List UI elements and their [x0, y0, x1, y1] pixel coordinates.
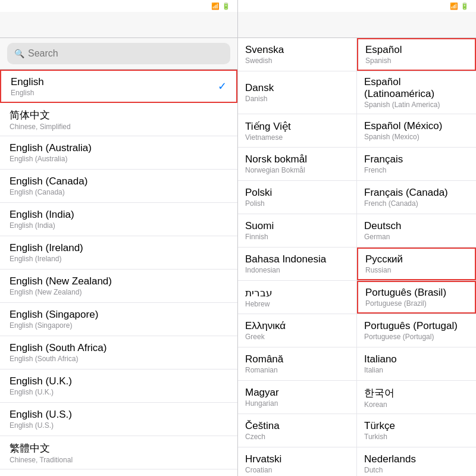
left-search-bar[interactable]: 🔍	[7, 43, 230, 64]
lang-name: Français (Canada)	[364, 187, 469, 199]
dual-cell[interactable]: DanskDanish	[238, 71, 357, 114]
left-lang-item[interactable]: English (South Africa)English (South Afr…	[0, 336, 237, 369]
dual-cell[interactable]: MagyarHungarian	[238, 381, 357, 414]
dual-cell[interactable]: Norsk bokmålNorwegian Bokmål	[238, 148, 357, 180]
lang-name: 한국어	[364, 386, 469, 400]
left-lang-item[interactable]: EnglishEnglish✓	[0, 70, 237, 103]
dual-cell[interactable]: ItalianoItalian	[357, 347, 476, 380]
left-lang-item[interactable]: English (New Zealand)English (New Zealan…	[0, 270, 237, 303]
left-lang-item[interactable]: English (Canada)English (Canada)	[0, 170, 237, 203]
left-lang-item[interactable]: 繁體中文（香港）Chinese, Traditional (Hong Kong)	[0, 469, 237, 476]
left-lang-item[interactable]: English (U.S.)English (U.S.)	[0, 403, 237, 436]
dual-cell[interactable]: עבריתHebrew	[238, 281, 357, 314]
lang-name: Magyar	[245, 387, 349, 399]
dual-cell[interactable]: Español (México)Spanish (Mexico)	[357, 114, 476, 147]
dual-row: עבריתHebrewPortuguês (Brasil)Portuguese …	[238, 281, 476, 314]
dual-cell[interactable]: NederlandsDutch	[357, 447, 476, 476]
dual-cell[interactable]: Bahasa IndonesiaIndonesian	[238, 248, 357, 280]
dual-row: SvenskaSwedishEspañolSpanish	[238, 38, 476, 71]
left-panel: 📶 🔋 🔍 EnglishEnglish✓简体中文Chinese, Simpli…	[0, 0, 238, 476]
lang-name: Português (Brasil)	[365, 287, 468, 299]
lang-name: English	[11, 76, 44, 88]
lang-name: 简体中文	[10, 108, 71, 122]
lang-sub: Korean	[364, 400, 469, 409]
right-status-icons: 📶 🔋	[450, 2, 469, 10]
dual-row: HrvatskiCroatianNederlandsDutch	[238, 447, 476, 476]
lang-name: עברית	[245, 287, 349, 299]
lang-name: English (Australia)	[10, 142, 92, 154]
dual-cell[interactable]: FrançaisFrench	[357, 148, 476, 180]
dual-cell[interactable]: SuomiFinnish	[238, 214, 357, 247]
lang-name: Français	[364, 154, 469, 165]
left-lang-item[interactable]: English (Singapore)English (Singapore)	[0, 303, 237, 336]
lang-sub: English (South Africa)	[10, 355, 107, 363]
dual-cell[interactable]: EspañolSpanish	[357, 38, 476, 71]
lang-sub: Vietnamese	[245, 133, 349, 142]
right-status-bar: 📶 🔋	[238, 0, 476, 12]
lang-name: Română	[245, 353, 349, 365]
lang-name: Dansk	[245, 82, 349, 94]
lang-sub: English (U.S.)	[10, 421, 72, 430]
lang-sub: Turkish	[364, 433, 469, 441]
lang-name: Italiano	[364, 353, 469, 365]
lang-name: Nederlands	[364, 453, 469, 465]
right-battery-icon: 🔋	[461, 2, 469, 10]
dual-row: Bahasa IndonesiaIndonesianРусскийRussian	[238, 248, 476, 281]
left-lang-item[interactable]: 简体中文Chinese, Simplified	[0, 103, 237, 136]
lang-name: English (Singapore)	[10, 309, 98, 321]
right-language-list: SvenskaSwedishEspañolSpanishDanskDanishE…	[238, 38, 476, 476]
lang-sub: Italian	[364, 366, 469, 374]
dual-cell[interactable]: PolskiPolish	[238, 181, 357, 214]
left-lang-item[interactable]: English (U.K.)English (U.K.)	[0, 369, 237, 403]
dual-cell[interactable]: Tiếng ViệtVietnamese	[238, 114, 357, 147]
lang-sub: Spanish (Latin America)	[364, 101, 469, 109]
left-lang-item[interactable]: English (Ireland)English (Ireland)	[0, 236, 237, 270]
dual-cell[interactable]: РусскийRussian	[357, 248, 476, 280]
lang-sub: Polish	[245, 199, 349, 208]
dual-cell[interactable]: 한국어Korean	[357, 381, 476, 414]
battery-icon: 🔋	[222, 2, 230, 10]
lang-name: Español (México)	[364, 120, 469, 132]
lang-sub: Croatian	[245, 466, 349, 474]
lang-name: English (U.K.)	[10, 375, 72, 387]
dual-row: PolskiPolishFrançais (Canada)French (Can…	[238, 181, 476, 214]
lang-sub: Danish	[245, 95, 349, 103]
left-search-input[interactable]	[28, 48, 223, 59]
dual-cell[interactable]: Español (Latinoamérica)Spanish (Latin Am…	[357, 71, 476, 114]
dual-cell[interactable]: Français (Canada)French (Canada)	[357, 181, 476, 214]
dual-row: SuomiFinnishDeutschGerman	[238, 214, 476, 248]
lang-name: Čeština	[245, 420, 349, 432]
lang-sub: French	[364, 166, 469, 174]
lang-name: 繁體中文	[10, 441, 73, 455]
left-lang-item[interactable]: English (India)English (India)	[0, 203, 237, 236]
lang-name: English (New Zealand)	[10, 275, 112, 287]
dual-cell[interactable]: ΕλληνικάGreek	[238, 314, 357, 347]
lang-sub: Portuguese (Brazil)	[365, 299, 468, 308]
lang-sub: English (Australia)	[10, 155, 92, 163]
dual-cell[interactable]: RomânăRomanian	[238, 347, 357, 380]
left-lang-item[interactable]: English (Australia)English (Australia)	[0, 136, 237, 170]
checkmark-icon: ✓	[218, 80, 227, 93]
dual-cell[interactable]: TürkçeTurkish	[357, 414, 476, 447]
dual-cell[interactable]: DeutschGerman	[357, 214, 476, 247]
dual-row: ČeštinaCzechTürkçeTurkish	[238, 414, 476, 447]
lang-sub: Chinese, Simplified	[10, 123, 71, 131]
lang-name: Español	[365, 44, 468, 56]
wifi-icon: 📶	[211, 2, 220, 10]
lang-sub: Portuguese (Portugal)	[364, 333, 469, 341]
lang-sub: Czech	[245, 433, 349, 441]
left-lang-item[interactable]: 繁體中文Chinese, Traditional	[0, 436, 237, 469]
dual-cell[interactable]: HrvatskiCroatian	[238, 447, 357, 476]
lang-sub: Russian	[365, 266, 468, 274]
lang-sub: Finnish	[245, 233, 349, 241]
dual-row: RomânăRomanianItalianoItalian	[238, 347, 476, 381]
lang-name: Bahasa Indonesia	[245, 253, 349, 265]
dual-cell[interactable]: Português (Portugal)Portuguese (Portugal…	[357, 314, 476, 347]
dual-cell[interactable]: ČeštinaCzech	[238, 414, 357, 447]
lang-sub: Hungarian	[245, 399, 349, 408]
lang-name: Deutsch	[364, 220, 469, 232]
lang-name: Türkçe	[364, 420, 469, 432]
lang-sub: English (U.K.)	[10, 388, 72, 396]
dual-cell[interactable]: SvenskaSwedish	[238, 38, 357, 71]
dual-cell[interactable]: Português (Brasil)Portuguese (Brazil)	[357, 281, 476, 314]
